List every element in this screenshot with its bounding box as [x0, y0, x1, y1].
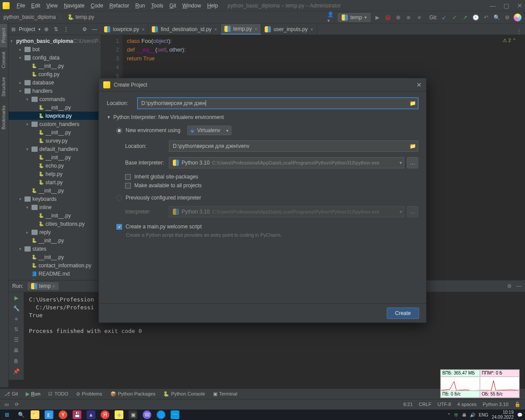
menu-navigate[interactable]: Navigate: [61, 2, 87, 10]
vcs-push-icon[interactable]: ↗: [461, 14, 469, 21]
tree-item[interactable]: 🐍__init__.py: [9, 62, 101, 70]
makeavail-checkbox[interactable]: [125, 183, 131, 189]
files-icon[interactable]: 📁: [31, 410, 39, 419]
editor-tab[interactable]: user_inputs.py×: [261, 24, 317, 35]
run-settings-icon[interactable]: ⚙: [507, 283, 512, 289]
menu-help[interactable]: Help: [204, 2, 220, 10]
run-stop-icon[interactable]: ■: [14, 316, 18, 322]
new-env-radio[interactable]: [116, 128, 122, 133]
breadcrumb[interactable]: python_basic_diploma 〉 🐍 temp.py: [4, 14, 94, 21]
viber-icon[interactable]: ☎: [143, 410, 151, 419]
tree-item[interactable]: 🐍help.py: [9, 170, 101, 178]
hide-tool-icon[interactable]: —: [92, 26, 98, 32]
select-opened-icon[interactable]: ⊕: [44, 26, 50, 32]
menu-file[interactable]: File: [14, 2, 28, 10]
collapse-all-icon[interactable]: ⋮: [63, 26, 70, 32]
tray-security-icon[interactable]: ⛨: [454, 413, 458, 417]
bottom-tab-run[interactable]: ▶Run: [26, 391, 40, 397]
tree-item[interactable]: 📘README.md: [9, 270, 101, 278]
left-tab-project[interactable]: Project: [0, 24, 7, 47]
welcome-checkbox-row[interactable]: Create a main.py welcome script: [116, 224, 418, 230]
tray-time[interactable]: 10:19: [492, 410, 514, 415]
prev-conf-radio-row[interactable]: Previously configured interpreter: [116, 195, 418, 201]
prev-conf-radio[interactable]: [116, 195, 122, 201]
app-y-icon[interactable]: Я: [101, 410, 109, 419]
left-tab-structure[interactable]: Structure: [0, 73, 7, 101]
file-encoding[interactable]: UTF-8: [438, 402, 451, 407]
vcs-commit-icon[interactable]: ✓: [451, 14, 458, 21]
taskview-icon[interactable]: ◧: [45, 410, 53, 419]
menu-git[interactable]: Git: [167, 2, 178, 10]
tab-close-icon[interactable]: ×: [310, 27, 313, 32]
line-separator[interactable]: CRLF: [419, 402, 431, 407]
tree-item[interactable]: ▾states: [9, 245, 101, 253]
base-interpreter-combo[interactable]: Python 3.10 C:\Users\Professional\AppDat…: [169, 157, 404, 168]
tree-item[interactable]: ▾inline: [9, 203, 101, 211]
tree-item[interactable]: 🐍start.py: [9, 178, 101, 186]
tree-item[interactable]: ▾config_data: [9, 53, 101, 62]
pycharm-taskbar-icon[interactable]: ◆: [115, 410, 123, 419]
run-filter-icon[interactable]: ☰: [14, 337, 19, 343]
rollback-icon[interactable]: ↶: [482, 14, 490, 21]
editor-tabs-menu-icon[interactable]: ⋮: [513, 28, 525, 35]
globe-icon[interactable]: 🌐: [157, 410, 165, 419]
tree-item[interactable]: 🐍contact_information.py: [9, 261, 101, 270]
expand-all-icon[interactable]: ⇅: [54, 26, 60, 32]
terminal-taskbar-icon[interactable]: ▣: [129, 410, 137, 419]
rerun-icon[interactable]: ▶: [14, 295, 18, 301]
vcs-update-icon[interactable]: ↙: [440, 14, 448, 21]
run-tab[interactable]: temp ×: [28, 282, 59, 290]
left-tab-commit[interactable]: Commit: [0, 47, 7, 73]
menu-edit[interactable]: Edit: [28, 2, 43, 10]
run-layout-icon[interactable]: ⇅: [14, 326, 18, 332]
run-pin-icon[interactable]: 📌: [13, 368, 20, 374]
run-print-icon[interactable]: 🖶: [14, 347, 19, 354]
editor-tab[interactable]: find_destination_id.py×: [148, 24, 221, 35]
dialog-close-icon[interactable]: ✕: [416, 81, 422, 88]
settings-icon[interactable]: ⚙: [503, 14, 511, 21]
menu-tools[interactable]: Tools: [148, 2, 166, 10]
browser-icon[interactable]: Y: [59, 410, 67, 419]
menu-run[interactable]: Run: [133, 2, 147, 10]
bottom-tab-python-packages[interactable]: 📦Python Packages: [110, 391, 156, 397]
save-icon[interactable]: 💾: [73, 410, 81, 419]
breadcrumb-file[interactable]: temp.py: [75, 14, 94, 20]
tree-item[interactable]: 🐍config.py: [9, 70, 101, 78]
tray-printer-icon[interactable]: 🖶: [462, 413, 466, 417]
bottom-tab-problems[interactable]: ⊘Problems: [76, 391, 102, 397]
tree-item[interactable]: ▾handlers: [9, 87, 101, 95]
env-type-combo[interactable]: ⬙ Virtualenv: [187, 126, 231, 135]
project-tree[interactable]: ▾python_basic_diploma C:\Users\P…▸bot▾co…: [9, 35, 101, 280]
tree-item[interactable]: ▾keyboards: [9, 195, 101, 203]
status-indexing-icon[interactable]: ⟳: [15, 402, 19, 407]
tree-item[interactable]: 🐍cities_buttons.py: [9, 220, 101, 228]
menu-window[interactable]: Window: [180, 2, 204, 10]
minimize-icon[interactable]: —: [490, 2, 496, 9]
welcome-checkbox[interactable]: [116, 224, 122, 230]
tree-item[interactable]: 🐍__init__.py: [9, 128, 101, 136]
profile-icon[interactable]: ⏺: [405, 14, 413, 21]
location-input[interactable]: D:\python\версия для дзен 📁: [137, 98, 418, 109]
bottom-tab-todo[interactable]: ☑TODO: [48, 391, 68, 397]
debug-icon[interactable]: 🐞: [384, 14, 392, 21]
dialog-titlebar[interactable]: Create Project ✕: [99, 78, 426, 91]
tree-item[interactable]: ▾custom_handlers: [9, 120, 101, 128]
caret-position[interactable]: 6:21: [403, 402, 413, 407]
tray-volume-icon[interactable]: 🔊: [470, 413, 475, 417]
history-icon[interactable]: 🕘: [472, 14, 480, 21]
tree-item[interactable]: 🐍echo.py: [9, 161, 101, 170]
tree-item[interactable]: ▾commands: [9, 95, 101, 103]
tree-item[interactable]: 🐍__init__.py: [9, 103, 101, 112]
menu-refactor[interactable]: Refactor: [107, 2, 132, 10]
bottom-tab-git[interactable]: ⎇Git: [4, 391, 18, 397]
tree-item[interactable]: 🐍__init__.py: [9, 211, 101, 220]
tree-item[interactable]: ▸reply: [9, 228, 101, 236]
tab-close-icon[interactable]: ×: [255, 26, 257, 32]
feather-icon[interactable]: 〰: [171, 410, 179, 419]
app-a-icon[interactable]: ▲: [87, 410, 95, 419]
status-notifications-icon[interactable]: ▭: [4, 402, 9, 407]
tray-chevron-icon[interactable]: ⌃: [447, 413, 451, 417]
run-delete-icon[interactable]: 🗑: [14, 358, 19, 364]
tray-date[interactable]: 24.09.2022: [492, 415, 514, 420]
tab-close-icon[interactable]: ×: [142, 27, 144, 32]
